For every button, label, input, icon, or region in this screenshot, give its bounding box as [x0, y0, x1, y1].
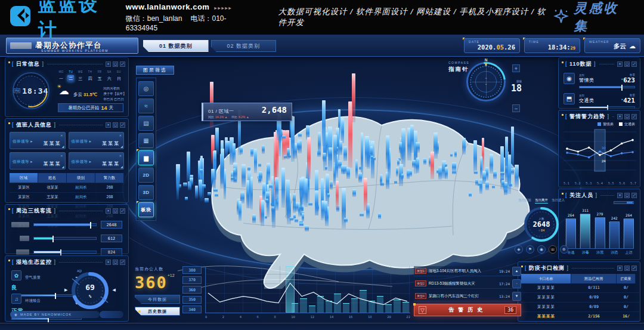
alarm-row[interactable]: 类型1湿地3-104片区有不明人员闯入19:24▲	[414, 266, 521, 276]
duty-table-header: 区域姓名级别警力数	[10, 173, 124, 183]
map-tool-icon-4[interactable]: ⊕	[560, 245, 568, 254]
checkpoint-row[interactable]: 某某某某0/890/	[518, 303, 640, 312]
legend-item[interactable]: 交通类	[619, 122, 635, 127]
yoy-value: 14.1% ▲	[215, 115, 228, 119]
window-icon[interactable]: ▢	[624, 193, 630, 198]
visitor-tab-0[interactable]: 当日驻留	[518, 198, 531, 203]
panel-title: 防疫卡口检测	[525, 264, 569, 272]
checkpoint-row[interactable]: 某某某某0/890/	[518, 293, 640, 303]
close-icon[interactable]: ✕	[106, 260, 111, 265]
weekday-mo[interactable]: MO一	[58, 70, 64, 82]
window-icon[interactable]: ▢	[113, 61, 118, 67]
map-tool-icon-2[interactable]: ◉	[537, 245, 546, 254]
remove-icon[interactable]: ✕	[60, 154, 63, 158]
weekday-su[interactable]: SU日	[116, 70, 122, 82]
expand-icon[interactable]: ⤢	[120, 122, 125, 128]
duty-leader-card[interactable]: 值班领导✕某某某	[69, 132, 125, 149]
layer-button-3d[interactable]: 3D	[138, 185, 154, 200]
y-axis-ticks: 380370360350340	[182, 266, 202, 313]
expand-icon[interactable]: ⤢	[120, 260, 125, 265]
visitor-tab-1[interactable]: 当日离开	[535, 198, 548, 203]
close-icon[interactable]: ✕	[617, 193, 623, 198]
tab-data-category-2[interactable]: 02 数据类别	[211, 40, 277, 52]
notice-days: 14	[101, 105, 107, 111]
checkpoint-row[interactable]: 某某某某2/15616/	[518, 312, 640, 322]
expand-icon[interactable]: ⤢	[631, 114, 637, 119]
today-data-button[interactable]: 今日数据	[135, 295, 180, 304]
map-tool-icon-1[interactable]: ⚑	[526, 245, 534, 254]
window-icon[interactable]: ▢	[624, 114, 630, 119]
close-icon[interactable]: ✕	[617, 114, 623, 119]
window-icon[interactable]: ▢	[624, 61, 630, 67]
close-icon[interactable]: ✕	[106, 122, 111, 128]
focus-slider[interactable]	[614, 201, 634, 204]
close-icon[interactable]: ✕	[106, 208, 111, 214]
layer-button-plate[interactable]: 板块	[138, 202, 154, 217]
dashboard: 暑期办公协作平台 SUMMER WORKING PLATFORM 01 数据类别…	[0, 35, 644, 330]
window-icon[interactable]: ▢	[113, 122, 118, 128]
weekday-tu[interactable]: TU二	[67, 70, 74, 82]
website-link[interactable]: www.lanlanwork.com	[126, 2, 210, 11]
remove-icon[interactable]: ✕	[119, 154, 122, 158]
alarm-history-button[interactable]: ▽ 告警历史 36	[414, 304, 521, 316]
arrows-decoration: ▸▸▸▸▸	[214, 5, 232, 11]
duty-leader-card[interactable]: 值班领导✕某某某	[69, 152, 125, 169]
map-tool-icon-3[interactable]: ☏	[549, 245, 557, 254]
duty-leader-card[interactable]: 值班领导✕某某某	[10, 132, 66, 149]
layer-button-signal-icon[interactable]: ≈	[138, 98, 154, 113]
layer-button-building-icon[interactable]: ▦	[138, 133, 154, 148]
layer-button-chart-icon[interactable]: ▆	[138, 150, 154, 165]
expand-icon[interactable]: ⤢	[120, 208, 125, 214]
duty-table-row[interactable]: 某某区张某某副局长268	[10, 183, 124, 193]
focus-bar[interactable]: 311涉毒	[580, 214, 590, 248]
close-icon[interactable]: ✕	[617, 61, 623, 67]
alarm-count-badge: 36	[504, 306, 516, 314]
duty-leader-card[interactable]: 值班领导✕某某某	[10, 152, 66, 169]
focus-bar[interactable]: 279涉黑	[595, 217, 605, 248]
expand-icon[interactable]: ⤢	[631, 266, 637, 271]
panel-trend: 警情警力趋势 ✕▢⤢ 警情类交通类 3024 5.15.25.35.45.55.…	[558, 110, 640, 187]
trend-legend: 警情类交通类	[597, 122, 635, 127]
expand-icon[interactable]: ⤢	[631, 61, 637, 67]
alarm-control-icon[interactable]: ◦	[512, 279, 521, 288]
weekday-th[interactable]: TH四	[86, 70, 93, 82]
tooltip-value: 2,648	[262, 105, 287, 115]
compass-dial[interactable]: N ⌃⌄	[466, 62, 506, 101]
inspiration-collect[interactable]: 灵感收集	[553, 0, 628, 35]
alarm-row[interactable]: 类型4某路口有小汽车连闯三个红灯13:24▼	[414, 291, 521, 301]
alarm-control-icon[interactable]: ▼	[512, 292, 521, 301]
window-icon[interactable]: ▢	[113, 208, 118, 214]
svg-text:24: 24	[602, 159, 606, 163]
zoom-out-button[interactable]: −	[512, 104, 520, 112]
layer-button-camera-icon[interactable]: ◎	[138, 81, 154, 96]
close-icon[interactable]: ✕	[617, 266, 623, 271]
weekday-we[interactable]: WE三	[77, 70, 83, 82]
legend-item[interactable]: 警情类	[597, 122, 614, 127]
checkpoint-row[interactable]: 某某某某0/3110/	[518, 283, 640, 293]
y-tick: 340	[182, 306, 202, 313]
city-map[interactable]	[142, 92, 559, 289]
brand-banner: 蓝蓝设计 www.lanlanwork.com▸▸▸▸▸ 微信：ben_lanl…	[0, 0, 644, 35]
window-icon[interactable]: ▢	[624, 266, 630, 271]
remove-icon[interactable]: ✕	[119, 134, 122, 137]
close-icon[interactable]: ✕	[106, 61, 111, 67]
history-data-button[interactable]: 历史数据	[135, 307, 180, 316]
weekday-sa[interactable]: SA六	[106, 70, 113, 82]
alarm-row[interactable]: 类型2RD13-53烟感报警疑似火灾17:24◦	[414, 279, 521, 289]
visitor-tab-2[interactable]: 当日进入	[552, 198, 565, 203]
zoom-in-button[interactable]: +	[512, 64, 520, 72]
map-tool-icon-0[interactable]: ◈	[515, 245, 523, 254]
alarm-control-icon[interactable]: ▲	[512, 267, 521, 276]
layer-button-grid-icon[interactable]: ▤	[138, 116, 154, 131]
duty-table-row[interactable]: 某某区王某某副局长268	[10, 193, 124, 202]
remove-icon[interactable]: ✕	[60, 134, 63, 137]
focus-bar[interactable]: 242涉恐	[609, 221, 620, 248]
weekday-fr[interactable]: FR五	[97, 70, 103, 82]
focus-bar[interactable]: 264上访	[624, 218, 634, 248]
layer-button-2d[interactable]: 2D	[138, 168, 154, 183]
window-icon[interactable]: ▢	[113, 260, 118, 265]
expand-icon[interactable]: ⤢	[631, 193, 637, 198]
tab-data-category-1[interactable]: 01 数据类别	[143, 40, 209, 52]
expand-icon[interactable]: ⤢	[120, 61, 125, 67]
panel-checkpoints: 防疫卡口检测 ✕▢⤢ 卡口名称测温/已检测拦截量 某某某某0/3110/某某某某…	[518, 261, 640, 322]
